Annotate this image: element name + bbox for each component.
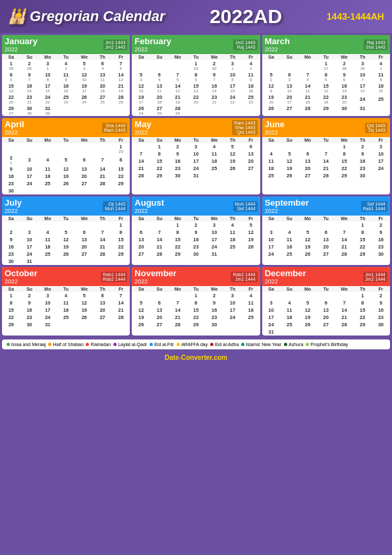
month-november: November 2022 Rab2 1444Jm1 1444 SaSuMoTu… [132,267,260,336]
header-year: 2022AD [210,5,282,28]
month-name-jan: January [5,36,38,46]
eidfitr-icon [150,343,153,346]
legend: Israa and Meraaj Half of Shaban Ramadan … [2,339,390,349]
month-year-jan: 2022 [5,46,38,53]
legend-prophetbirthday: Prophet's Birthday [305,342,348,347]
page-header: 🕌 Gregorian Calendar 2022AD 1443-1444AH [0,0,392,33]
hijri-jan: Jm1 1443Jm2 1443 [103,40,128,50]
header-center: 2022AD [210,5,282,28]
legend-ashura: Ashura [283,342,303,347]
legend-eidfitr: Eid al-Fitr [149,342,174,347]
legend-israa: Israa and Meraaj [6,342,46,347]
website-label: Date-Converter.com [0,351,392,364]
month-august: August 2022 Muh 1444Saf 1444 SaSuMoTuWeT… [132,196,260,265]
header-hijri: 1443-1444AH [327,11,384,22]
month-may: May 2022 Ram 1443Shw 1443Qid 1443 SaSuMo… [132,118,260,194]
legend-eidadha: Eid al-Adha [210,342,238,347]
legend-araffa: ARAFFA day [176,342,208,347]
ashura-icon [284,343,287,346]
month-october: October 2022 Rab1 1444Rab2 1444 SaSuMoTu… [2,267,130,336]
header-left: 🕌 Gregorian Calendar [8,8,165,25]
header-right: 1443-1444AH [327,11,384,22]
israa-icon [7,343,10,346]
month-february: February 2022 Jm2 1443Raj 1443 SaSuMoTuW… [132,35,260,116]
month-december: December 2022 Jm1 1444Jm2 1444 SaSuMoTuW… [262,267,390,336]
laylat-icon [113,343,117,346]
calendar-grid: January 2022 Jm1 1443Jm2 1443 SaSuMoTuWe… [0,33,392,337]
legend-islamicnewyear: Islamic New Year [240,342,281,347]
page-wrapper: 🕌 Gregorian Calendar 2022AD 1443-1444AH … [0,0,392,364]
month-name-feb: February [134,36,171,46]
legend-laylat: Laylat al-Qadr [113,342,147,347]
month-april: April 2022 Sha 1443Ram 1443 SaSuMoTuWeTh… [2,118,130,194]
ramadan-icon [86,343,89,346]
month-september: September 2022 Saf 1444Rab1 1444 SaSuMoT… [262,196,390,265]
legend-halfshaban: Half of Shaban [48,342,84,347]
halfshaban-icon [48,343,51,346]
header-title: 🕌 Gregorian Calendar [8,8,165,25]
month-march: March 2022 Raj 1443Sha 1443 SaSuMoTuWeTh… [262,35,390,116]
month-july: July 2022 Dij 1443Muh 1444 SaSuMoTuWeThF… [2,196,130,265]
eidadha-icon [210,343,213,346]
month-january: January 2022 Jm1 1443Jm2 1443 SaSuMoTuWe… [2,35,130,116]
legend-ramadan: Ramadan [86,342,111,347]
month-june: June 2022 Qid 1443Dij 1443 SaSuMoTuWeThF… [262,118,390,194]
prophetbirthday-icon [306,343,309,346]
araffa-icon [177,343,180,346]
islamicnewyear-icon [241,343,244,346]
